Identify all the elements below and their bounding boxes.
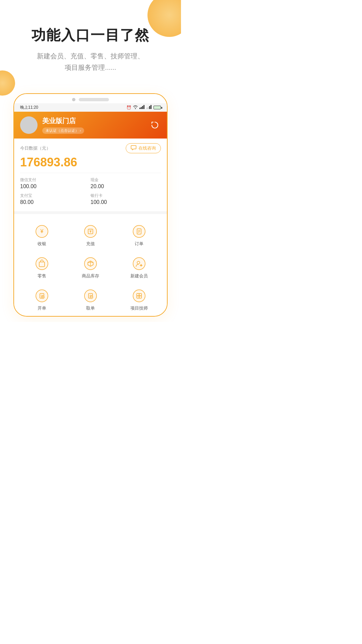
phone-pill <box>79 98 109 101</box>
main-amount: 176893.86 <box>20 155 161 169</box>
topup-label: 充值 <box>86 241 95 247</box>
order-label: 订单 <box>135 241 143 247</box>
menu-order[interactable]: 订单 <box>115 219 164 252</box>
svg-point-27 <box>36 290 48 302</box>
menu-retail[interactable]: 零售 <box>17 252 66 284</box>
technician-label: 项目技师 <box>130 305 148 311</box>
consult-label: 在线咨询 <box>138 145 156 151</box>
new-member-label: 新建会员 <box>130 273 148 279</box>
menu-take-bill[interactable]: 取单 <box>66 284 115 316</box>
cert-badge[interactable]: 未认证（点击认证） › <box>42 127 84 134</box>
battery-icon <box>154 106 161 109</box>
cashier-icon: ¥ <box>35 224 49 239</box>
take-bill-label: 取单 <box>86 305 95 311</box>
online-consult-button[interactable]: 在线咨询 <box>126 143 161 153</box>
svg-rect-5 <box>148 107 149 109</box>
signal2-icon <box>146 105 152 110</box>
alipay-label: 支付宝 <box>20 193 90 199</box>
wifi-icon <box>133 105 138 110</box>
svg-text:¥: ¥ <box>89 229 92 234</box>
hero-title: 功能入口一目了然 <box>13 27 168 44</box>
svg-rect-0 <box>139 108 140 109</box>
store-name: 美业版门店 <box>42 116 84 125</box>
data-section: 今日数据（元） 在线咨询 176893.86 微信支付 100.00 现金 20… <box>14 139 167 214</box>
menu-cashier[interactable]: ¥ 收银 <box>17 219 66 252</box>
bank-amount: 100.00 <box>90 199 161 205</box>
menu-row-3: 开单 取单 <box>17 284 164 316</box>
header-banner: 美业版门店 未认证（点击认证） › <box>14 112 167 139</box>
svg-rect-1 <box>141 107 142 109</box>
order-icon <box>132 224 146 239</box>
chat-icon <box>131 145 136 151</box>
svg-point-18 <box>36 258 48 270</box>
data-label: 今日数据（元） <box>20 145 51 151</box>
menu-section: ¥ 收银 ¥ 充值 <box>14 214 167 316</box>
signal-icon <box>139 105 145 110</box>
retail-icon <box>35 256 49 271</box>
cert-arrow: › <box>80 129 81 132</box>
menu-topup[interactable]: ¥ 充值 <box>66 219 115 252</box>
bank-label: 银行卡 <box>90 193 161 199</box>
cash-label: 现金 <box>90 177 161 183</box>
open-bill-label: 开单 <box>38 305 46 311</box>
phone-mockup: 晚上11:20 ⏰ <box>13 93 168 317</box>
svg-point-34 <box>84 290 97 302</box>
svg-rect-2 <box>142 106 143 109</box>
inventory-label: 商品库存 <box>82 273 99 279</box>
svg-rect-3 <box>143 105 144 109</box>
alipay-amount: 80.00 <box>20 199 90 205</box>
open-bill-icon <box>35 288 49 303</box>
menu-row-1: ¥ 收银 ¥ 充值 <box>17 219 164 252</box>
cash-amount: 20.00 <box>90 183 161 190</box>
header-info: 美业版门店 未认证（点击认证） › <box>42 116 84 134</box>
header-left: 美业版门店 未认证（点击认证） › <box>20 116 84 134</box>
menu-row-2: 零售 商品库存 <box>17 252 164 284</box>
menu-open-bill[interactable]: 开单 <box>17 284 66 316</box>
payment-cash: 现金 20.00 <box>90 177 161 190</box>
svg-rect-4 <box>146 108 147 109</box>
topup-icon: ¥ <box>83 224 98 239</box>
new-member-icon <box>132 256 146 271</box>
menu-technician[interactable]: 项目技师 <box>115 284 164 316</box>
menu-inventory[interactable]: 商品库存 <box>66 252 115 284</box>
phone-top-bar <box>14 94 167 103</box>
wechat-amount: 100.00 <box>20 183 90 190</box>
wechat-label: 微信支付 <box>20 177 90 183</box>
payment-grid: 微信支付 100.00 现金 20.00 支付宝 80.00 银行卡 100.0… <box>20 173 161 205</box>
hero-subtitle: 新建会员、充值、零售、技师管理、 项目服务管理...... <box>13 50 168 73</box>
take-bill-icon <box>83 288 98 303</box>
refresh-icon[interactable] <box>149 119 161 131</box>
payment-wechat: 微信支付 100.00 <box>20 177 90 190</box>
status-icons: ⏰ <box>126 105 161 110</box>
status-bar: 晚上11:20 ⏰ <box>14 103 167 112</box>
inventory-icon <box>83 256 98 271</box>
payment-bank: 银行卡 100.00 <box>90 193 161 205</box>
svg-rect-6 <box>149 106 150 109</box>
retail-label: 零售 <box>38 273 46 279</box>
hero-section: 功能入口一目了然 新建会员、充值、零售、技师管理、 项目服务管理...... <box>0 0 181 83</box>
cashier-label: 收银 <box>38 241 46 247</box>
svg-text:¥: ¥ <box>40 228 43 234</box>
payment-alipay: 支付宝 80.00 <box>20 193 90 205</box>
technician-icon <box>132 288 146 303</box>
avatar <box>20 116 38 134</box>
alarm-icon: ⏰ <box>126 105 131 110</box>
phone-dot <box>72 98 75 101</box>
status-time: 晚上11:20 <box>20 105 38 110</box>
data-header: 今日数据（元） 在线咨询 <box>20 143 161 153</box>
svg-rect-7 <box>150 105 152 109</box>
menu-new-member[interactable]: 新建会员 <box>115 252 164 284</box>
